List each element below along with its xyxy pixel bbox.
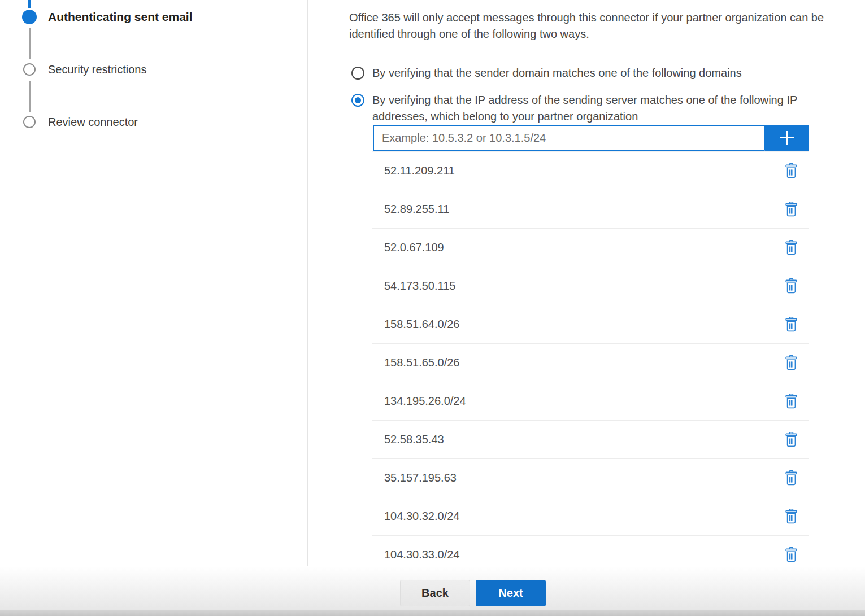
add-ip-button[interactable] [765, 125, 809, 151]
radio-option-ip-address-label: By verifying that the IP address of the … [372, 92, 841, 125]
ip-list-row: 52.58.35.43 [372, 421, 809, 459]
ip-address-text: 104.30.32.0/24 [372, 510, 459, 523]
trash-icon [785, 470, 797, 486]
connector-wizard-page: Authenticating sent email Security restr… [0, 0, 865, 616]
delete-ip-button[interactable] [782, 507, 800, 526]
delete-ip-button[interactable] [782, 315, 800, 334]
ip-entry-row [373, 125, 809, 151]
radio-unselected-icon[interactable] [351, 67, 364, 80]
trash-icon [785, 317, 797, 332]
delete-ip-button[interactable] [782, 430, 800, 449]
intro-text: Office 365 will only accept messages thr… [349, 10, 864, 42]
radio-option-ip-address[interactable]: By verifying that the IP address of the … [351, 94, 841, 125]
trash-icon [785, 163, 797, 178]
trash-icon [785, 202, 797, 217]
ip-address-text: 35.157.195.63 [372, 471, 457, 484]
delete-ip-button[interactable] [782, 353, 800, 373]
radio-dot [355, 97, 361, 103]
delete-ip-button[interactable] [782, 545, 800, 565]
ip-list: 52.11.209.211 52.89.255.11 [372, 151, 809, 566]
back-button[interactable]: Back [400, 580, 470, 606]
delete-ip-button[interactable] [782, 238, 800, 257]
radio-selected-icon[interactable] [351, 94, 364, 107]
ip-list-row: 52.0.67.109 [372, 229, 809, 267]
step-connector-line [29, 28, 31, 59]
next-button[interactable]: Next [476, 580, 546, 606]
ip-list-row: 158.51.64.0/26 [372, 305, 809, 344]
delete-ip-button[interactable] [782, 392, 800, 411]
trash-icon [785, 432, 797, 447]
step-indicator-authenticating-sent-email [22, 10, 37, 24]
step-connector-line [29, 81, 31, 112]
delete-ip-button[interactable] [782, 200, 800, 219]
trash-icon [785, 547, 797, 562]
ip-address-text: 104.30.33.0/24 [372, 548, 459, 561]
trash-icon [785, 394, 797, 409]
ip-list-row: 158.51.65.0/26 [372, 344, 809, 382]
step-label-authenticating-sent-email: Authenticating sent email [48, 10, 193, 24]
step-indicator-security-restrictions [23, 63, 36, 76]
radio-option-sender-domain[interactable]: By verifying that the sender domain matc… [351, 67, 742, 80]
wizard-steps-panel: Authenticating sent email Security restr… [0, 0, 308, 566]
trash-icon [785, 278, 797, 294]
step-indicator-review-connector [23, 116, 36, 128]
ip-address-text: 158.51.64.0/26 [372, 318, 459, 331]
window-bottom-edge [0, 610, 865, 616]
delete-ip-button[interactable] [782, 161, 800, 181]
ip-address-text: 52.0.67.109 [372, 241, 444, 254]
ip-address-text: 158.51.65.0/26 [372, 356, 459, 369]
step-track-completed-line [28, 0, 31, 8]
wizard-footer: Back Next [0, 566, 865, 610]
ip-address-text: 52.11.209.211 [372, 164, 455, 177]
step-label-security-restrictions: Security restrictions [48, 63, 147, 76]
ip-list-row: 134.195.26.0/24 [372, 382, 809, 421]
ip-list-row: 104.30.33.0/24 [372, 536, 809, 566]
ip-address-text: 52.58.35.43 [372, 433, 444, 446]
ip-address-input[interactable] [373, 125, 765, 151]
ip-list-row: 54.173.50.115 [372, 267, 809, 305]
ip-address-text: 52.89.255.11 [372, 203, 449, 216]
step-label-review-connector: Review connector [48, 116, 138, 129]
radio-option-sender-domain-label: By verifying that the sender domain matc… [372, 67, 742, 80]
ip-list-row: 104.30.32.0/24 [372, 497, 809, 536]
ip-list-row: 52.11.209.211 [372, 152, 809, 190]
trash-icon [785, 509, 797, 524]
step-content-panel: Office 365 will only accept messages thr… [308, 0, 865, 566]
trash-icon [785, 240, 797, 255]
ip-list-row: 52.89.255.11 [372, 190, 809, 229]
ip-list-row: 35.157.195.63 [372, 459, 809, 497]
ip-address-text: 54.173.50.115 [372, 279, 455, 292]
ip-address-text: 134.195.26.0/24 [372, 395, 466, 408]
plus-icon [778, 129, 796, 147]
trash-icon [785, 355, 797, 370]
delete-ip-button[interactable] [782, 277, 800, 296]
delete-ip-button[interactable] [782, 469, 800, 488]
